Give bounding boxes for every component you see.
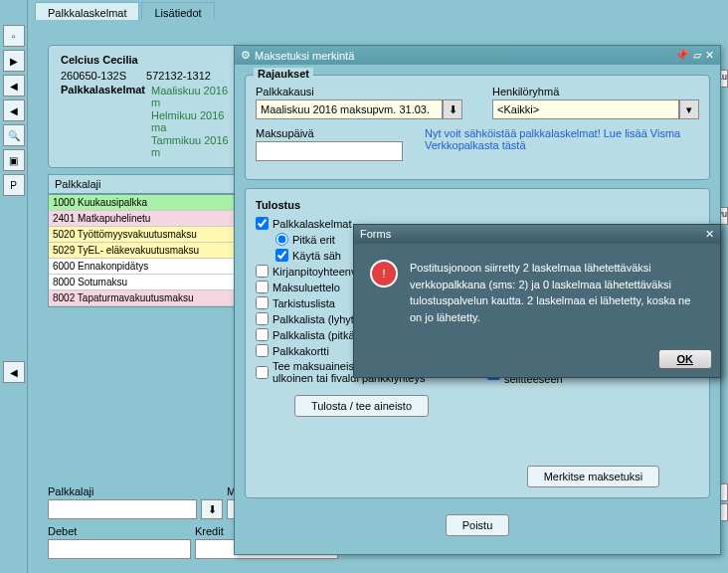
lbl-palkkakortti: Palkkakortti — [273, 345, 329, 357]
forms-dialog: Forms ✕ ! Postitusjonoon siirretty 2 las… — [353, 224, 721, 378]
radio-pitka[interactable] — [275, 233, 288, 246]
maximize-icon[interactable]: ▱ — [693, 49, 701, 62]
btn-tulosta[interactable]: Tulosta / tee aineisto — [294, 395, 429, 417]
chk-palkkakortti[interactable] — [256, 344, 269, 357]
label-palkkakausi: Palkkakausi — [256, 86, 462, 97]
close-icon[interactable]: ✕ — [705, 49, 714, 62]
dialog-icon: ⚙ — [241, 49, 251, 62]
pin-icon[interactable]: 📌 — [675, 49, 689, 62]
lbl-palkkalista-pitka: Palkkalista (pitkä) — [273, 329, 358, 341]
person-panel: Celcius Cecilia 260650-132S 572132-1312 … — [48, 45, 247, 168]
palkkalaji-row[interactable]: 6000 Ennakonpidätys — [49, 259, 246, 275]
ok-button[interactable]: OK — [658, 349, 713, 369]
person-name: Celcius Cecilia — [61, 54, 234, 66]
toolbar-btn-2[interactable]: ▶ — [3, 50, 25, 72]
lbl-tarkistuslista: Tarkistuslista — [273, 297, 335, 309]
palkkalaji-row[interactable]: 8000 Sotumaksu — [49, 275, 246, 290]
period-link[interactable]: Maaliskuu 2016 m — [151, 85, 234, 108]
toolbar-btn-7[interactable]: ◀ — [3, 361, 25, 383]
label-debet: Debet — [48, 525, 191, 537]
rajaukset-fieldset: Rajaukset Palkkakausi ⬇ Henkilöryhmä ▾ — [245, 75, 710, 180]
toolbar-btn-6[interactable]: ▣ — [3, 149, 25, 171]
forms-titlebar[interactable]: Forms ✕ — [354, 225, 720, 244]
input-palkkalaji[interactable] — [48, 499, 197, 519]
lbl-kayta: Käytä säh — [292, 250, 341, 262]
label-palkkalaskelmat: Palkkalaskelmat — [61, 84, 145, 159]
toolbar-btn-3[interactable]: ◀ — [3, 75, 25, 96]
toolbar-btn-5[interactable]: 🔍 — [3, 124, 25, 146]
lbl-palkkalista-lyhyt: Palkkalista (lyhyt) — [273, 313, 358, 325]
palkkalaji-row[interactable]: 2401 Matkapuhelinetu — [49, 211, 246, 227]
lbl-maksuluettelo: Maksuluettelo — [273, 282, 340, 293]
input-henkiloryhma[interactable] — [492, 99, 679, 119]
label-henkiloryhma: Henkilöryhmä — [492, 86, 699, 97]
chk-kayta[interactable] — [275, 249, 288, 262]
person-id1: 260650-132S — [61, 70, 126, 82]
dialog-titlebar[interactable]: ⚙ Maksetuksi merkintä 📌 ▱ ✕ — [235, 46, 720, 65]
toolbar-btn-p[interactable]: P — [3, 174, 25, 196]
palkkalaji-header: Palkkalaji — [48, 174, 247, 194]
chk-palkkalista-pitka[interactable] — [256, 328, 269, 341]
palkkakausi-lookup[interactable]: ⬇ — [443, 99, 462, 119]
label-palkkalaji: Palkkalaji — [48, 485, 223, 497]
palkkalaji-list: 1000 Kuukausipalkka2401 Matkapuhelinetu5… — [48, 194, 247, 307]
palkkalaji-panel: Palkkalaji 1000 Kuukausipalkka2401 Matka… — [48, 174, 247, 307]
input-debet[interactable] — [48, 539, 191, 559]
palkkalaji-row[interactable]: 8002 Tapaturmavakuutusmaksu — [49, 290, 246, 306]
btn-merkitse[interactable]: Merkitse maksetuksi — [527, 466, 660, 487]
chk-tee-maksu[interactable] — [256, 366, 269, 379]
verkkopalkka-link[interactable]: Nyt voit sähköistää palkkalaskelmat! Lue… — [425, 127, 680, 151]
chk-tarkistuslista[interactable] — [256, 296, 269, 309]
palkkalaji-row[interactable]: 1000 Kuukausipalkka — [49, 195, 246, 211]
henkiloryhma-dropdown[interactable]: ▾ — [679, 99, 699, 119]
chk-palkkalista-lyhyt[interactable] — [256, 312, 269, 325]
forms-message: Postitusjonoon siirretty 2 laskelmaa läh… — [410, 260, 704, 325]
person-id2: 572132-1312 — [146, 70, 211, 82]
toolbar-btn-4[interactable]: ◀ — [3, 99, 25, 121]
palkkalaji-row[interactable]: 5020 Työttömyysvakuutusmaksu — [49, 227, 246, 243]
palkkalaji-row[interactable]: 5029 TyEL- eläkevakuutusmaksu — [49, 243, 246, 259]
forms-close-icon[interactable]: ✕ — [705, 228, 714, 241]
lbl-pitka: Pitkä erit — [292, 234, 335, 246]
chk-palkkalaskelmat[interactable] — [256, 217, 269, 230]
input-palkkakausi[interactable] — [256, 99, 443, 119]
rajaukset-legend: Rajaukset — [254, 68, 313, 80]
tulostus-header: Tulostus — [256, 199, 467, 211]
chk-kirjanpito[interactable] — [256, 265, 269, 278]
toolbar-btn-1[interactable]: ▫ — [3, 25, 25, 47]
lookup-btn[interactable]: ⬇ — [201, 499, 223, 519]
btn-poistu[interactable]: Poistu — [446, 514, 510, 536]
dialog-title-text: Maksetuksi merkintä — [255, 50, 354, 62]
period-link[interactable]: Helmikuu 2016 ma — [151, 109, 234, 133]
forms-title-text: Forms — [360, 228, 391, 241]
alert-icon: ! — [370, 260, 398, 287]
lbl-palkkalaskelmat: Palkkalaskelmat — [273, 218, 351, 230]
period-link[interactable]: Tammikuu 2016 m — [151, 134, 234, 158]
label-maksupaiva: Maksupäivä — [256, 127, 395, 139]
input-maksupaiva[interactable] — [256, 141, 403, 161]
chk-maksuluettelo[interactable] — [256, 281, 269, 293]
